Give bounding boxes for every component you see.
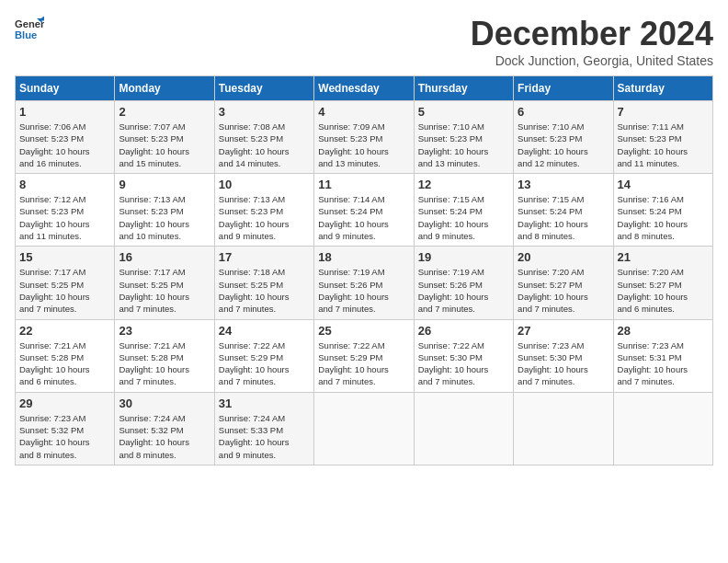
calendar-title: December 2024 <box>471 15 713 53</box>
day-number: 14 <box>618 178 709 191</box>
day-info: Sunrise: 7:11 AM Sunset: 5:23 PM Dayligh… <box>618 121 709 169</box>
day-number: 24 <box>219 324 310 338</box>
day-info: Sunrise: 7:19 AM Sunset: 5:26 PM Dayligh… <box>418 266 509 315</box>
day-header-thursday: Thursday <box>414 76 513 101</box>
day-info: Sunrise: 7:12 AM Sunset: 5:23 PM Dayligh… <box>19 193 110 242</box>
day-info: Sunrise: 7:09 AM Sunset: 5:23 PM Dayligh… <box>318 121 409 169</box>
week-row-3: 15Sunrise: 7:17 AM Sunset: 5:25 PM Dayli… <box>16 247 713 319</box>
day-number: 1 <box>19 105 110 119</box>
day-number: 31 <box>219 396 310 410</box>
day-number: 27 <box>518 324 609 338</box>
week-row-1: 1Sunrise: 7:06 AM Sunset: 5:23 PM Daylig… <box>16 101 713 174</box>
day-cell: 14Sunrise: 7:16 AM Sunset: 5:24 PM Dayli… <box>613 174 712 247</box>
day-cell: 28Sunrise: 7:23 AM Sunset: 5:31 PM Dayli… <box>613 319 712 392</box>
header: General Blue December 2024 Dock Junction… <box>15 15 713 68</box>
day-cell: 10Sunrise: 7:13 AM Sunset: 5:23 PM Dayli… <box>214 174 313 247</box>
day-info: Sunrise: 7:17 AM Sunset: 5:25 PM Dayligh… <box>119 266 210 315</box>
day-cell <box>314 392 414 465</box>
day-cell: 17Sunrise: 7:18 AM Sunset: 5:25 PM Dayli… <box>214 247 313 319</box>
day-info: Sunrise: 7:23 AM Sunset: 5:30 PM Dayligh… <box>518 339 609 388</box>
day-info: Sunrise: 7:22 AM Sunset: 5:29 PM Dayligh… <box>318 339 409 388</box>
day-cell: 23Sunrise: 7:21 AM Sunset: 5:28 PM Dayli… <box>115 319 214 392</box>
day-header-friday: Friday <box>514 76 613 101</box>
day-number: 30 <box>119 396 210 410</box>
day-cell: 18Sunrise: 7:19 AM Sunset: 5:26 PM Dayli… <box>314 247 414 319</box>
day-number: 7 <box>618 105 709 119</box>
day-number: 3 <box>219 105 310 119</box>
day-cell: 20Sunrise: 7:20 AM Sunset: 5:27 PM Dayli… <box>514 247 613 319</box>
day-cell: 1Sunrise: 7:06 AM Sunset: 5:23 PM Daylig… <box>16 101 115 174</box>
day-info: Sunrise: 7:17 AM Sunset: 5:25 PM Dayligh… <box>19 266 110 315</box>
day-number: 6 <box>518 105 609 119</box>
logo: General Blue <box>15 15 44 44</box>
day-number: 10 <box>219 178 310 191</box>
day-cell: 30Sunrise: 7:24 AM Sunset: 5:32 PM Dayli… <box>115 392 214 465</box>
day-info: Sunrise: 7:20 AM Sunset: 5:27 PM Dayligh… <box>618 266 709 315</box>
day-cell: 11Sunrise: 7:14 AM Sunset: 5:24 PM Dayli… <box>314 174 414 247</box>
day-cell: 4Sunrise: 7:09 AM Sunset: 5:23 PM Daylig… <box>314 101 414 174</box>
day-header-saturday: Saturday <box>613 76 712 101</box>
day-number: 4 <box>318 105 409 119</box>
day-info: Sunrise: 7:10 AM Sunset: 5:23 PM Dayligh… <box>418 121 509 169</box>
day-info: Sunrise: 7:23 AM Sunset: 5:32 PM Dayligh… <box>19 412 110 461</box>
day-number: 13 <box>518 178 609 191</box>
day-info: Sunrise: 7:21 AM Sunset: 5:28 PM Dayligh… <box>19 339 110 388</box>
day-number: 9 <box>119 178 210 191</box>
day-number: 23 <box>119 324 210 338</box>
day-info: Sunrise: 7:24 AM Sunset: 5:32 PM Dayligh… <box>119 412 210 461</box>
day-number: 20 <box>518 250 609 264</box>
day-number: 18 <box>318 250 409 264</box>
day-info: Sunrise: 7:19 AM Sunset: 5:26 PM Dayligh… <box>318 266 409 315</box>
day-cell <box>414 392 513 465</box>
day-cell: 5Sunrise: 7:10 AM Sunset: 5:23 PM Daylig… <box>414 101 513 174</box>
day-info: Sunrise: 7:15 AM Sunset: 5:24 PM Dayligh… <box>518 193 609 242</box>
calendar-table: SundayMondayTuesdayWednesdayThursdayFrid… <box>15 75 713 465</box>
day-header-sunday: Sunday <box>16 76 115 101</box>
day-number: 8 <box>19 178 110 191</box>
day-cell: 24Sunrise: 7:22 AM Sunset: 5:29 PM Dayli… <box>214 319 313 392</box>
day-info: Sunrise: 7:08 AM Sunset: 5:23 PM Dayligh… <box>219 121 310 169</box>
day-cell: 8Sunrise: 7:12 AM Sunset: 5:23 PM Daylig… <box>16 174 115 247</box>
day-header-monday: Monday <box>115 76 214 101</box>
day-cell: 27Sunrise: 7:23 AM Sunset: 5:30 PM Dayli… <box>514 319 613 392</box>
day-number: 5 <box>418 105 509 119</box>
day-info: Sunrise: 7:22 AM Sunset: 5:30 PM Dayligh… <box>418 339 509 388</box>
day-info: Sunrise: 7:07 AM Sunset: 5:23 PM Dayligh… <box>119 121 210 169</box>
header-row: SundayMondayTuesdayWednesdayThursdayFrid… <box>16 76 713 101</box>
day-cell: 21Sunrise: 7:20 AM Sunset: 5:27 PM Dayli… <box>613 247 712 319</box>
week-row-5: 29Sunrise: 7:23 AM Sunset: 5:32 PM Dayli… <box>16 392 713 465</box>
day-number: 12 <box>418 178 509 191</box>
day-info: Sunrise: 7:24 AM Sunset: 5:33 PM Dayligh… <box>219 412 310 461</box>
day-info: Sunrise: 7:20 AM Sunset: 5:27 PM Dayligh… <box>518 266 609 315</box>
day-number: 21 <box>618 250 709 264</box>
day-info: Sunrise: 7:23 AM Sunset: 5:31 PM Dayligh… <box>618 339 709 388</box>
day-cell: 7Sunrise: 7:11 AM Sunset: 5:23 PM Daylig… <box>613 101 712 174</box>
day-number: 17 <box>219 250 310 264</box>
day-cell: 15Sunrise: 7:17 AM Sunset: 5:25 PM Dayli… <box>16 247 115 319</box>
calendar-subtitle: Dock Junction, Georgia, United States <box>471 53 713 68</box>
day-cell: 31Sunrise: 7:24 AM Sunset: 5:33 PM Dayli… <box>214 392 313 465</box>
day-header-tuesday: Tuesday <box>214 76 313 101</box>
day-cell: 19Sunrise: 7:19 AM Sunset: 5:26 PM Dayli… <box>414 247 513 319</box>
day-cell: 9Sunrise: 7:13 AM Sunset: 5:23 PM Daylig… <box>115 174 214 247</box>
day-info: Sunrise: 7:21 AM Sunset: 5:28 PM Dayligh… <box>119 339 210 388</box>
day-number: 16 <box>119 250 210 264</box>
day-cell <box>514 392 613 465</box>
day-number: 11 <box>318 178 409 191</box>
day-info: Sunrise: 7:06 AM Sunset: 5:23 PM Dayligh… <box>19 121 110 169</box>
week-row-4: 22Sunrise: 7:21 AM Sunset: 5:28 PM Dayli… <box>16 319 713 392</box>
day-info: Sunrise: 7:18 AM Sunset: 5:25 PM Dayligh… <box>219 266 310 315</box>
day-cell: 26Sunrise: 7:22 AM Sunset: 5:30 PM Dayli… <box>414 319 513 392</box>
day-cell: 2Sunrise: 7:07 AM Sunset: 5:23 PM Daylig… <box>115 101 214 174</box>
title-area: December 2024 Dock Junction, Georgia, Un… <box>471 15 713 68</box>
day-cell: 25Sunrise: 7:22 AM Sunset: 5:29 PM Dayli… <box>314 319 414 392</box>
day-number: 29 <box>19 396 110 410</box>
day-info: Sunrise: 7:22 AM Sunset: 5:29 PM Dayligh… <box>219 339 310 388</box>
day-cell: 3Sunrise: 7:08 AM Sunset: 5:23 PM Daylig… <box>214 101 313 174</box>
day-cell: 6Sunrise: 7:10 AM Sunset: 5:23 PM Daylig… <box>514 101 613 174</box>
day-number: 2 <box>119 105 210 119</box>
day-cell: 22Sunrise: 7:21 AM Sunset: 5:28 PM Dayli… <box>16 319 115 392</box>
day-info: Sunrise: 7:13 AM Sunset: 5:23 PM Dayligh… <box>219 193 310 242</box>
day-number: 25 <box>318 324 409 338</box>
day-number: 22 <box>19 324 110 338</box>
